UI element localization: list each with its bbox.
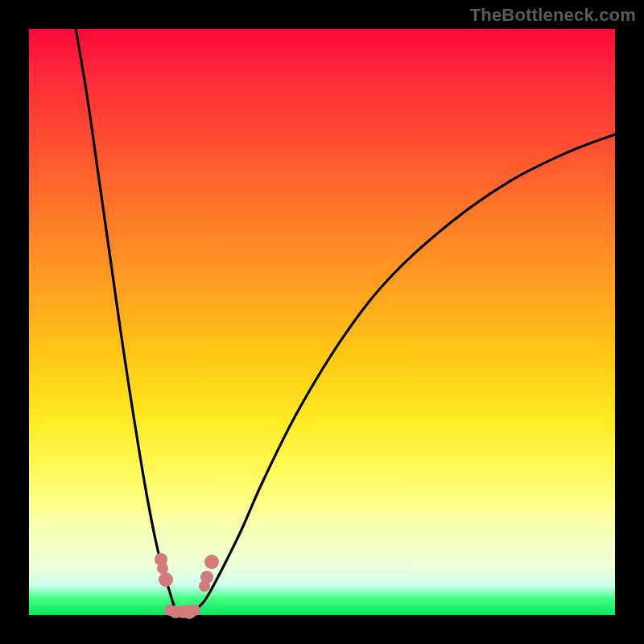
data-marker <box>189 605 200 616</box>
watermark-text: TheBottleneck.com <box>470 5 636 26</box>
chart-frame: TheBottleneck.com <box>0 0 644 644</box>
curve-svg <box>29 29 615 615</box>
data-marker <box>204 555 219 569</box>
data-marker <box>159 572 173 587</box>
plot-area <box>29 29 615 615</box>
data-marker <box>200 571 213 584</box>
right-branch-curve <box>188 134 615 615</box>
left-branch-curve <box>76 29 187 615</box>
